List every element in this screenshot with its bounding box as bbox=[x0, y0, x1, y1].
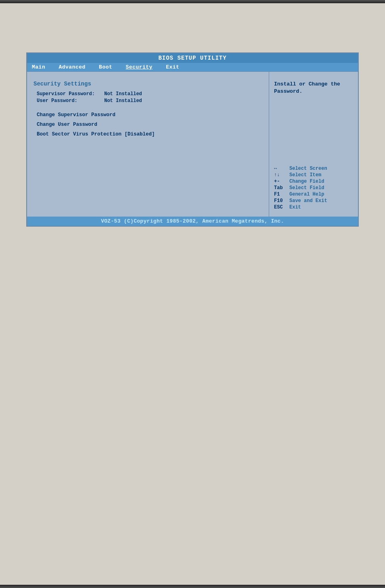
supervisor-password-row: Supervisor Password: Not Installed bbox=[33, 91, 262, 97]
key-row-exit: ESC Exit bbox=[274, 204, 353, 210]
key-row-general-help: F1 General Help bbox=[274, 192, 353, 197]
key-sym-f1: F1 bbox=[274, 192, 289, 197]
bios-footer: VOZ-53 (C)Copyright 1985-2002, American … bbox=[27, 217, 358, 226]
top-decorative-bar bbox=[0, 0, 385, 3]
bios-title: BIOS SETUP UTILITY bbox=[158, 55, 226, 61]
key-row-change-field: +- Change Field bbox=[274, 179, 353, 184]
menu-item-main[interactable]: Main bbox=[32, 64, 45, 70]
bios-main-content: Security Settings Supervisor Password: N… bbox=[27, 71, 358, 217]
key-row-select-field: Tab Select Field bbox=[274, 185, 353, 191]
key-sym-plusminus: +- bbox=[274, 179, 289, 184]
bios-right-panel: Install or Change the Password. ↔ Select… bbox=[269, 72, 358, 217]
key-desc-select-field: Select Field bbox=[289, 185, 324, 191]
key-desc-general-help: General Help bbox=[289, 192, 324, 197]
key-row-save-exit: F10 Save and Exit bbox=[274, 198, 353, 204]
key-sym-f10: F10 bbox=[274, 198, 289, 204]
user-password-row: User Password: Not Installed bbox=[33, 98, 262, 104]
key-row-select-item: ↑↓ Select Item bbox=[274, 172, 353, 178]
bios-menu-bar: Main Advanced Boot Security Exit bbox=[27, 63, 358, 71]
boot-sector-virus-protection-link[interactable]: Boot Sector Virus Protection [Disabled] bbox=[33, 131, 262, 137]
change-supervisor-password-link[interactable]: Change Supervisor Password bbox=[33, 112, 262, 118]
bios-title-bar: BIOS SETUP UTILITY bbox=[27, 53, 358, 63]
user-password-value: Not Installed bbox=[104, 98, 142, 104]
supervisor-password-value: Not Installed bbox=[104, 91, 142, 97]
key-row-select-screen: ↔ Select Screen bbox=[274, 166, 353, 171]
help-text: Install or Change the Password. bbox=[274, 81, 353, 95]
user-password-label: User Password: bbox=[37, 98, 101, 104]
key-sym-updown: ↑↓ bbox=[274, 172, 289, 178]
bios-footer-text: VOZ-53 (C)Copyright 1985-2002, American … bbox=[101, 218, 284, 224]
menu-item-boot[interactable]: Boot bbox=[99, 64, 112, 70]
bottom-decorative-bar bbox=[0, 585, 385, 588]
bios-left-panel: Security Settings Supervisor Password: N… bbox=[27, 72, 269, 217]
supervisor-password-label: Supervisor Password: bbox=[37, 91, 101, 97]
menu-item-exit[interactable]: Exit bbox=[166, 64, 179, 70]
key-desc-select-item: Select Item bbox=[289, 172, 321, 178]
change-user-password-link[interactable]: Change User Password bbox=[33, 122, 262, 127]
key-sym-tab: Tab bbox=[274, 185, 289, 191]
menu-item-security[interactable]: Security bbox=[126, 64, 153, 70]
bios-window: BIOS SETUP UTILITY Main Advanced Boot Se… bbox=[26, 52, 359, 227]
section-title: Security Settings bbox=[33, 81, 262, 87]
key-desc-save-exit: Save and Exit bbox=[289, 198, 327, 204]
key-desc-select-screen: Select Screen bbox=[289, 166, 327, 171]
key-desc-change-field: Change Field bbox=[289, 179, 324, 184]
menu-item-advanced[interactable]: Advanced bbox=[59, 64, 85, 70]
key-sym-arrows: ↔ bbox=[274, 166, 289, 171]
key-sym-esc: ESC bbox=[274, 204, 289, 210]
key-desc-exit: Exit bbox=[289, 204, 301, 210]
key-legend: ↔ Select Screen ↑↓ Select Item +- Change… bbox=[274, 166, 353, 211]
